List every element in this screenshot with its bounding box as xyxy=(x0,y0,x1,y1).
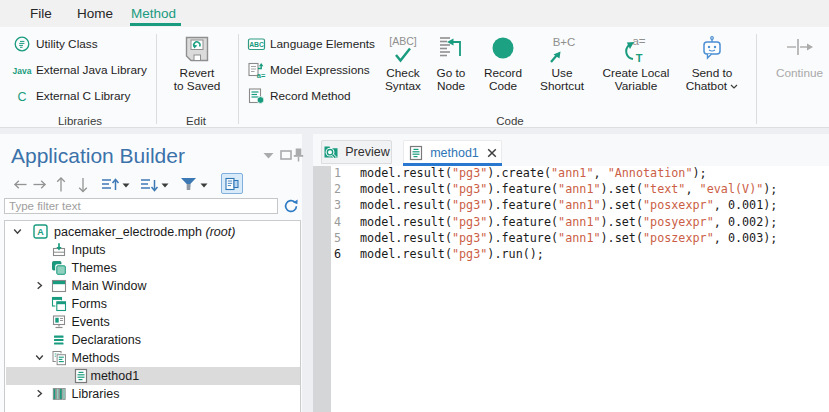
tab-label: Preview xyxy=(345,145,389,159)
code-editor[interactable]: 1model.result("pg3").create("ann1", "Ann… xyxy=(313,164,829,412)
panel-pin-icon[interactable] xyxy=(293,148,304,162)
code-line[interactable]: 5model.result("pg3").feature("ann1").set… xyxy=(313,229,829,246)
tree-item-libraries[interactable]: Libraries xyxy=(6,385,300,403)
send-to-chatbot-button[interactable]: Send toChatbot xyxy=(672,31,752,103)
code-line[interactable]: 6model.result("pg3").run(); xyxy=(313,246,829,263)
menu-bar: File Home Method xyxy=(0,0,829,27)
sort-descending-icon[interactable] xyxy=(140,177,159,193)
tree-item-label: Declarations xyxy=(72,333,141,347)
revert-to-saved-button[interactable]: Revertto Saved xyxy=(167,31,227,103)
libraries-group-label: Libraries xyxy=(58,115,102,127)
continue-label: Continue xyxy=(776,67,823,80)
tab-close-icon[interactable] xyxy=(487,148,497,158)
tree-expander-collapsed-icon[interactable] xyxy=(35,281,45,291)
code-line[interactable]: 1model.result("pg3").create("ann1", "Ann… xyxy=(313,165,829,182)
record-method-label: Record Method xyxy=(270,89,351,103)
code-line-text: model.result("pg3").feature("ann1").set(… xyxy=(360,182,777,196)
forward-icon[interactable] xyxy=(32,178,47,191)
external-c-library-button[interactable]: C External C Library xyxy=(12,86,130,106)
line-number: 2 xyxy=(331,182,341,196)
filter-dropdown-icon[interactable] xyxy=(200,183,208,188)
sync-editor-toggle[interactable] xyxy=(221,173,243,194)
menu-tab-home[interactable]: Home xyxy=(77,6,113,21)
method-icon xyxy=(73,368,89,384)
sort-ascending-dropdown-icon[interactable] xyxy=(122,183,130,188)
libraries-icon xyxy=(51,386,67,402)
sort-descending-dropdown-icon[interactable] xyxy=(161,183,169,188)
tree-item-label: Forms xyxy=(72,297,107,311)
method-editor: Previewmethod1 1model.result("pg3").crea… xyxy=(313,134,829,412)
tree-item-themes[interactable]: Themes xyxy=(6,259,300,277)
svg-text:[ABC]: [ABC] xyxy=(389,35,417,47)
editor-tab-preview[interactable]: Preview xyxy=(321,140,392,164)
check-syntax-button[interactable]: [ABC] CheckSyntax xyxy=(377,31,429,103)
record-method-button[interactable]: Record Method xyxy=(246,86,351,106)
menu-tab-method[interactable]: Method xyxy=(131,6,176,21)
back-icon[interactable] xyxy=(13,178,28,191)
tree-item-method1[interactable]: method1 xyxy=(6,367,300,385)
revert-to-saved-icon xyxy=(182,31,212,67)
language-elements-button[interactable]: ABC Language Elements xyxy=(246,34,375,54)
menu-tab-file[interactable]: File xyxy=(30,6,52,21)
go-to-node-button[interactable]: Go toNode xyxy=(427,31,475,103)
tree-item-methods[interactable]: Methods xyxy=(6,349,300,367)
filter-input[interactable] xyxy=(4,198,278,214)
send-to-chatbot-label: Send toChatbot xyxy=(686,67,739,93)
tree-item-main-window[interactable]: Main Window xyxy=(6,277,300,295)
move-down-icon[interactable] xyxy=(77,176,89,193)
tree-item-label: pacemaker_electrode.mph (root) xyxy=(54,225,235,239)
forms-icon xyxy=(51,296,67,312)
external-java-library-button[interactable]: Java External Java Library xyxy=(12,60,147,80)
create-local-variable-button[interactable]: a= T Create LocalVariable xyxy=(591,31,681,103)
code-group-label: Code xyxy=(496,115,524,127)
filter-icon[interactable] xyxy=(180,176,197,193)
tree-item-label: Inputs xyxy=(72,243,106,257)
panel-float-icon[interactable] xyxy=(280,150,292,160)
continue-button[interactable]: Continue xyxy=(770,31,829,103)
tree-item-forms[interactable]: Forms xyxy=(6,295,300,313)
refresh-icon[interactable] xyxy=(283,198,299,214)
code-line[interactable]: 4model.result("pg3").feature("ann1").set… xyxy=(313,213,829,230)
check-syntax-label: CheckSyntax xyxy=(385,67,421,93)
ribbon-separator xyxy=(156,34,157,124)
svg-text:B+C: B+C xyxy=(553,36,576,48)
panel-collapse-icon[interactable] xyxy=(263,152,274,159)
record-code-label: RecordCode xyxy=(484,67,522,93)
svg-text:ABC: ABC xyxy=(249,41,264,48)
tree-expander-collapsed-icon[interactable] xyxy=(35,389,45,399)
tree-expander-expanded-icon[interactable] xyxy=(13,227,23,237)
code-line[interactable]: 2model.result("pg3").feature("ann1").set… xyxy=(313,181,829,198)
use-shortcut-button[interactable]: B+C UseShortcut xyxy=(531,31,593,103)
create-local-variable-label: Create LocalVariable xyxy=(603,67,670,93)
revert-to-saved-label: Revertto Saved xyxy=(174,67,221,93)
tree-item-pacemaker-electrode-mph[interactable]: Apacemaker_electrode.mph (root) xyxy=(6,223,300,241)
tree-item-label: method1 xyxy=(91,369,140,383)
editor-tab-method1[interactable]: method1 xyxy=(403,140,502,164)
preview-icon xyxy=(323,144,339,160)
code-line[interactable]: 3model.result("pg3").feature("ann1").set… xyxy=(313,197,829,214)
svg-text:A: A xyxy=(37,227,44,237)
code-line-text: model.result("pg3").run(); xyxy=(360,247,544,261)
tree-item-declarations[interactable]: Declarations xyxy=(6,331,300,349)
utility-class-label: Utility Class xyxy=(36,37,98,51)
tree-item-inputs[interactable]: Inputs xyxy=(6,241,300,259)
language-elements-icon: ABC xyxy=(246,35,266,53)
code-line-text: model.result("pg3").create("ann1", "Anno… xyxy=(360,166,707,180)
sort-ascending-icon[interactable] xyxy=(101,177,120,193)
tree-item-events[interactable]: Events xyxy=(6,313,300,331)
record-code-button[interactable]: RecordCode xyxy=(476,31,530,103)
inputs-icon xyxy=(51,242,67,258)
code-line-text: model.result("pg3").feature("ann1").set(… xyxy=(360,198,777,212)
panel-title: Application Builder xyxy=(11,144,185,168)
tree-item-label: Themes xyxy=(72,261,117,275)
svg-text:C: C xyxy=(17,90,26,104)
java-icon: Java xyxy=(12,61,32,79)
tree-item-label: Libraries xyxy=(72,387,120,401)
model-expressions-button[interactable]: a= Model Expressions xyxy=(246,60,370,80)
tab-label: method1 xyxy=(430,146,479,160)
move-up-icon[interactable] xyxy=(55,176,67,193)
tree-expander-expanded-icon[interactable] xyxy=(35,353,45,363)
utility-class-button[interactable]: Utility Class xyxy=(12,34,98,54)
active-menu-tab-underline xyxy=(130,23,181,26)
chevron-down-icon xyxy=(730,84,738,89)
